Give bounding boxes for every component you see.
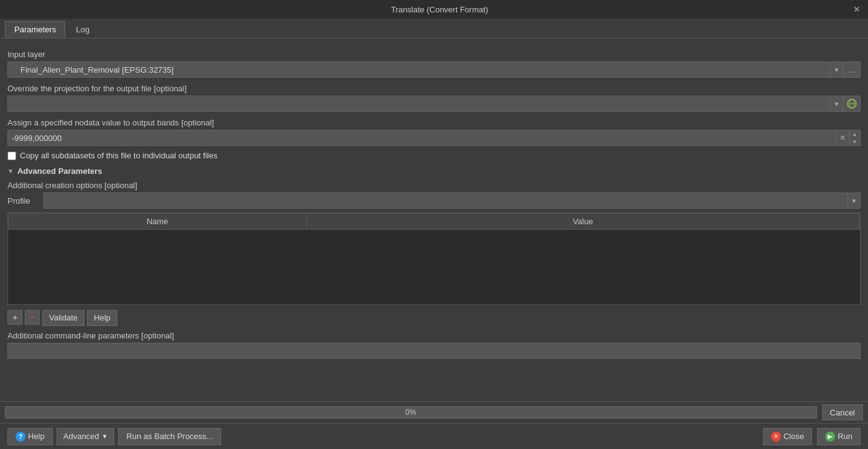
override-projection-label: Override the projection for the output f… [7, 84, 861, 93]
crs-icon [847, 99, 857, 109]
copy-subdatasets-label: Copy all subdatasets of this file to ind… [20, 151, 217, 160]
profile-dropdown-arrow[interactable]: ▼ [848, 193, 861, 209]
progress-text: 0% [406, 408, 416, 417]
nodata-input[interactable]: -9999,000000 [7, 130, 836, 146]
input-layer-label: Input layer [7, 50, 861, 59]
close-window-button[interactable]: ✕ [853, 5, 861, 14]
input-layer-row: Final_Alien_Plant_Removal [EPSG:32735] ▼… [7, 61, 861, 78]
copy-subdatasets-row: Copy all subdatasets of this file to ind… [7, 151, 861, 160]
nodata-spinner: ▲ ▼ [849, 130, 861, 146]
content-area: Input layer Final_Alien_Plant_Removal [E… [0, 39, 868, 401]
column-name-header: Name [9, 214, 307, 230]
title-bar: Translate (Convert Format) ✕ [0, 0, 868, 19]
advanced-parameters-label: Advanced Parameters [17, 166, 103, 176]
add-row-button[interactable]: + [7, 310, 22, 325]
close-button[interactable]: ✕ Close [763, 428, 812, 445]
nodata-clear-button[interactable]: ✕ [836, 130, 849, 146]
help-button[interactable]: ? Help [7, 428, 53, 445]
table-empty-body [9, 230, 860, 304]
tab-parameters[interactable]: Parameters [5, 21, 65, 38]
close-icon: ✕ [771, 432, 781, 442]
tab-log[interactable]: Log [66, 21, 99, 38]
additional-options-label: Additional creation options [optional] [7, 181, 861, 190]
remove-row-button[interactable]: − [25, 310, 40, 325]
options-table: Name Value [8, 213, 860, 304]
command-line-label: Additional command-line parameters [opti… [7, 331, 861, 340]
dialog-title: Translate (Convert Format) [26, 5, 853, 14]
nodata-down-button[interactable]: ▼ [849, 138, 860, 145]
bottom-bar: ? Help Advanced ▼ Run as Batch Process..… [0, 423, 868, 449]
column-value-header: Value [306, 214, 860, 230]
progress-bar-wrap: 0% [5, 406, 817, 419]
batch-process-button[interactable]: Run as Batch Process... [118, 428, 221, 445]
input-layer-dropdown-arrow[interactable]: ▼ [831, 61, 843, 78]
progress-area: 0% Cancel [0, 401, 868, 423]
command-line-input[interactable] [7, 343, 861, 359]
tabs-bar: Parameters Log [0, 19, 868, 39]
dialog-body: Parameters Log Input layer Final_Alien_P… [0, 19, 868, 449]
override-projection-input[interactable] [7, 96, 831, 112]
advanced-collapse-arrow: ▼ [7, 168, 14, 175]
run-icon: ▶ [825, 432, 835, 442]
help-small-button[interactable]: Help [87, 310, 117, 326]
profile-row: Profile ▼ [7, 193, 861, 209]
input-layer-select[interactable]: Final_Alien_Plant_Removal [EPSG:32735] [7, 61, 831, 78]
profile-combo-wrap: ▼ [43, 193, 861, 209]
help-icon: ? [16, 432, 25, 442]
table-actions: + − Validate Help [7, 310, 861, 326]
override-projection-crs-button[interactable] [843, 96, 861, 112]
options-table-wrap: Name Value [7, 212, 861, 305]
bottom-left: ? Help Advanced ▼ Run as Batch Process..… [7, 428, 221, 445]
run-button[interactable]: ▶ Run [817, 428, 861, 445]
override-projection-dropdown-arrow[interactable]: ▼ [831, 96, 843, 112]
advanced-parameters-header[interactable]: ▼ Advanced Parameters [7, 166, 861, 176]
bottom-right: ✕ Close ▶ Run [763, 428, 861, 445]
profile-select[interactable] [43, 193, 848, 209]
cancel-button[interactable]: Cancel [822, 404, 863, 420]
advanced-button[interactable]: Advanced ▼ [57, 428, 115, 445]
validate-button[interactable]: Validate [42, 310, 85, 326]
nodata-label: Assign a specified nodata value to outpu… [7, 118, 861, 127]
override-projection-row: ▼ [7, 96, 861, 112]
input-layer-browse-button[interactable]: … [843, 61, 861, 78]
copy-subdatasets-checkbox[interactable] [7, 152, 16, 160]
nodata-up-button[interactable]: ▲ [849, 130, 860, 138]
additional-creation-options: Additional creation options [optional] P… [7, 181, 861, 326]
nodata-row: -9999,000000 ✕ ▲ ▼ [7, 130, 861, 146]
profile-label: Profile [7, 196, 39, 206]
